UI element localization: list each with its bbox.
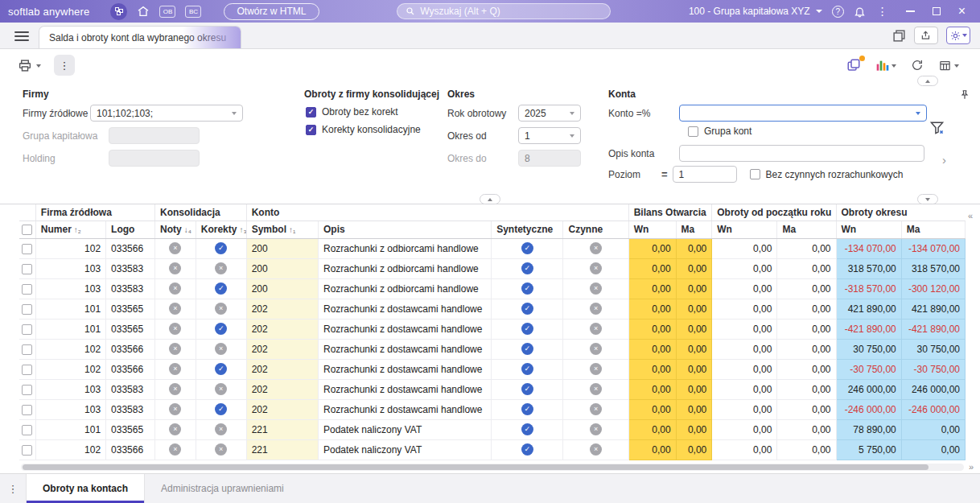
col-header-czynne[interactable]: Czynne: [563, 221, 628, 238]
chart-view-button[interactable]: [876, 59, 896, 72]
share-export-icon[interactable]: [914, 27, 938, 44]
grid-row[interactable]: 102 033566 × ✓ 200 Rozrachunki z odbiorc…: [19, 238, 966, 258]
col-header-logo[interactable]: Logo: [106, 221, 155, 238]
search-box[interactable]: [397, 3, 611, 19]
grid-row[interactable]: 102 033566 × ✓ 202 Rozrachunki z dostawc…: [19, 359, 966, 379]
tab-salda-i-obroty[interactable]: Salda i obroty kont dla wybranego okresu: [39, 26, 241, 48]
ob-module-badge-icon[interactable]: OB: [159, 6, 175, 18]
row-checkbox[interactable]: [22, 425, 32, 435]
cell-noty: ×: [154, 379, 196, 399]
col-header-okres-ma[interactable]: Ma: [901, 221, 965, 238]
theme-display-icon[interactable]: [946, 27, 970, 44]
grid-row[interactable]: 101 033565 × ✓ 202 Rozrachunki z dostawc…: [19, 319, 966, 339]
pin-icon[interactable]: [959, 89, 970, 103]
cell-bo-ma: 0,00: [676, 278, 712, 299]
scroll-right-icon[interactable]: »: [969, 462, 974, 472]
minimize-button[interactable]: [906, 10, 915, 12]
cell-rok-ma: 0,00: [777, 379, 836, 399]
col-header-okres-wn[interactable]: Wn: [836, 221, 901, 238]
konto-combo[interactable]: [679, 105, 927, 122]
row-checkbox[interactable]: [22, 385, 32, 395]
cell-opis: Rozrachunki z dostawcami handlowe: [318, 299, 491, 319]
col-header-numer[interactable]: Numer↑₂: [35, 221, 105, 238]
col-header-noty[interactable]: Noty↓₄: [154, 221, 196, 238]
refresh-icon[interactable]: [911, 59, 924, 72]
home-icon[interactable]: [137, 5, 150, 18]
expand-panel-chevron[interactable]: [917, 194, 938, 204]
cell-okres-wn: 246 000,00: [836, 379, 901, 399]
rok-obrotowy-combo[interactable]: 2025: [518, 105, 581, 122]
row-checkbox[interactable]: [22, 405, 32, 415]
okres-od-combo[interactable]: 1: [518, 127, 581, 144]
col-header-opis[interactable]: Opis: [318, 221, 491, 238]
poziom-operator[interactable]: =: [661, 168, 668, 180]
cell-opis: Rozrachunki z dostawcami handlowe: [318, 359, 491, 379]
row-checkbox[interactable]: [22, 244, 32, 254]
grupa-kont-checkbox[interactable]: [688, 126, 698, 137]
scrollbar-track[interactable]: [21, 464, 964, 471]
select-all-checkbox[interactable]: [22, 225, 32, 235]
toolbar-kebab-button[interactable]: ⋮: [54, 55, 75, 76]
row-checkbox[interactable]: [22, 284, 32, 295]
cell-opis: Podatek naliczony VAT: [318, 439, 491, 460]
group-obroty-okresu: Obroty okresu: [836, 204, 965, 221]
hamburger-menu-icon[interactable]: [14, 31, 29, 41]
row-checkbox[interactable]: [22, 445, 32, 456]
col-header-symbol[interactable]: Symbol↑₁: [246, 221, 318, 238]
bc-module-badge-icon[interactable]: BC: [185, 6, 201, 18]
grid-row[interactable]: 103 033583 × ✓ 202 Rozrachunki z dostawc…: [19, 399, 966, 419]
panels-notification-icon[interactable]: [846, 58, 862, 72]
row-checkbox[interactable]: [22, 264, 32, 274]
obroty-bez-korekt-checkbox[interactable]: ✓: [306, 107, 316, 118]
opis-konta-field[interactable]: [679, 145, 924, 162]
close-button[interactable]: ×: [958, 5, 966, 18]
bez-czynnych-checkbox[interactable]: [750, 169, 760, 179]
col-header-korekty[interactable]: Korekty↑₃: [196, 221, 246, 238]
search-input[interactable]: [420, 6, 602, 17]
collapse-side-panel-icon[interactable]: «: [968, 211, 973, 221]
col-header-rok-wn[interactable]: Wn: [712, 221, 777, 238]
collapse-filters-chevron[interactable]: [480, 194, 500, 204]
col-header-rok-ma[interactable]: Ma: [777, 221, 836, 238]
cell-czynne: ×: [563, 419, 628, 439]
row-checkbox[interactable]: [22, 344, 32, 355]
help-icon[interactable]: ?: [832, 6, 844, 18]
context-selector[interactable]: 100 - Grupa kapitałowa XYZ: [689, 6, 822, 17]
poziom-field[interactable]: 1: [673, 166, 737, 183]
grid-row[interactable]: 103 033583 × ✓ 200 Rozrachunki z odbiorc…: [19, 278, 966, 299]
cell-symbol: 200: [246, 278, 318, 299]
scrollbar-thumb[interactable]: [23, 464, 929, 470]
grid-row[interactable]: 102 033566 × × 221 Podatek naliczony VAT…: [19, 439, 966, 460]
app-logo-icon[interactable]: [110, 3, 127, 20]
maximize-button[interactable]: [933, 7, 941, 15]
open-in-html-button[interactable]: Otwórz w HTML: [224, 3, 319, 20]
col-header-bo-wn[interactable]: Wn: [628, 221, 676, 238]
collapse-toolbar-chevron[interactable]: [917, 76, 938, 86]
korekty-konsolidacyjne-checkbox[interactable]: ✓: [306, 125, 316, 135]
firmy-zrodlowe-combo[interactable]: 101;102;103;: [90, 105, 243, 122]
filter-funnel-icon[interactable]: [929, 120, 945, 138]
pages-panel-icon[interactable]: [892, 29, 906, 43]
group-title-obroty: Obroty z firmy konsolidującej: [304, 89, 439, 100]
cell-okres-wn: -318 570,00: [836, 278, 901, 299]
toolbar: ⋮: [0, 49, 980, 81]
col-header-bo-ma[interactable]: Ma: [676, 221, 712, 238]
cell-syntetyczne: ✓: [492, 278, 563, 299]
grid-row[interactable]: 103 033583 × × 202 Rozrachunki z dostawc…: [19, 379, 966, 399]
grid-row[interactable]: 102 033566 × × 202 Rozrachunki z dostawc…: [19, 339, 966, 359]
notifications-bell-icon[interactable]: [854, 6, 866, 18]
topbar-kebab-menu-icon[interactable]: ⋮: [875, 5, 890, 18]
footer-tab-obroty-na-kontach[interactable]: Obroty na kontach: [26, 474, 145, 503]
footer-tab-administracja[interactable]: Administracja uprawnieniami: [145, 474, 300, 503]
grid-row[interactable]: 101 033565 × × 221 Podatek naliczony VAT…: [19, 419, 966, 439]
row-checkbox[interactable]: [22, 304, 32, 315]
col-header-syntetyczne[interactable]: Syntetyczne: [492, 221, 563, 238]
row-checkbox[interactable]: [22, 365, 32, 375]
print-button[interactable]: [18, 59, 41, 72]
grid-row[interactable]: 103 033583 × × 200 Rozrachunki z odbiorc…: [19, 258, 966, 278]
panel-expand-chevron-icon[interactable]: ›: [942, 154, 946, 166]
grid-row[interactable]: 101 033565 × × 202 Rozrachunki z dostawc…: [19, 299, 966, 319]
grid-settings-button[interactable]: [938, 60, 959, 72]
footer-kebab-icon[interactable]: ⋮: [0, 474, 26, 503]
row-checkbox[interactable]: [22, 324, 32, 335]
